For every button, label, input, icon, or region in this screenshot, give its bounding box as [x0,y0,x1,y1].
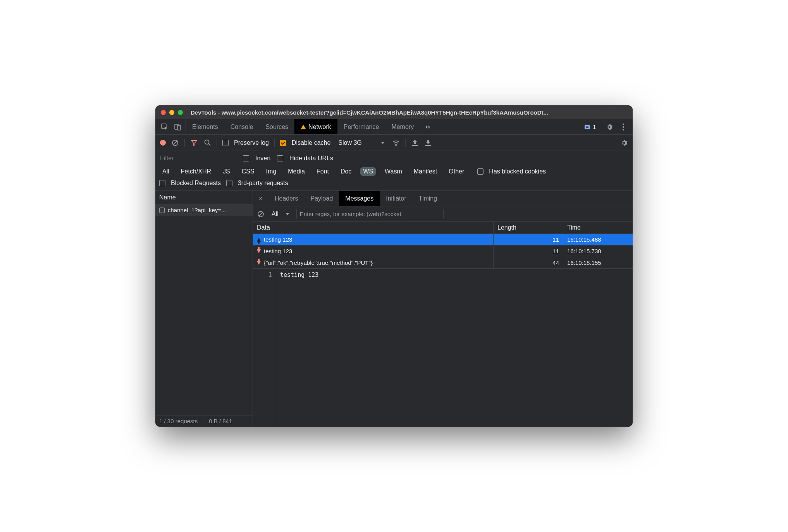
type-filter-wasm[interactable]: Wasm [382,167,405,176]
panel-settings-gear-icon[interactable] [620,139,628,147]
preserve-log-checkbox[interactable] [222,140,229,146]
type-filter-ws[interactable]: WS [360,167,376,176]
close-detail-icon[interactable]: × [253,191,268,206]
detail-tab-initiator[interactable]: Initiator [380,191,412,206]
titlebar: DevTools - www.piesocket.com/websocket-t… [155,105,633,119]
warning-icon [301,125,306,129]
request-row[interactable]: channel_1?api_key=... [155,204,253,216]
type-filter-fetchxhr[interactable]: Fetch/XHR [178,167,214,176]
record-button-icon[interactable] [160,140,166,146]
message-length: 11 [493,234,563,245]
tab-label: Memory [391,124,414,130]
type-filter-manifest[interactable]: Manifest [411,167,440,176]
message-row[interactable]: testing 1231116:10:15.488 [253,234,633,245]
filter-bar: Invert Hide data URLs AllFetch/XHRJSCSSI… [155,151,633,191]
col-time-header[interactable]: Time [563,222,633,233]
throttling-select[interactable]: Slow 3G [338,139,361,146]
kebab-menu-icon[interactable] [619,123,627,131]
detail-tab-messages[interactable]: Messages [339,191,380,206]
window-title: DevTools - www.piesocket.com/websocket-t… [191,109,548,116]
divider [217,139,217,147]
download-har-icon[interactable] [424,139,432,147]
inspect-tools [155,119,186,134]
requests-panel: Name channel_1?api_key=... 1 / 30 reques… [155,191,253,427]
network-conditions-icon[interactable] [392,139,400,147]
search-icon[interactable] [203,139,211,147]
messages-filter-mode: All [272,211,279,218]
inspect-element-icon[interactable] [161,123,169,131]
tab-performance[interactable]: Performance [337,119,385,134]
minimize-window-icon[interactable] [169,110,174,115]
detail-tab-timing[interactable]: Timing [413,191,443,206]
detail-tab-headers[interactable]: Headers [268,191,304,206]
filter-funnel-icon[interactable] [190,139,198,147]
tab-elements[interactable]: Elements [186,119,224,134]
type-filter-other[interactable]: Other [446,167,467,176]
has-blocked-cookies-checkbox[interactable] [477,168,483,175]
message-time: 16:10:15.730 [563,245,633,257]
requests-footer: 1 / 30 requests 0 B / 841 [155,415,253,427]
request-name: channel_1?api_key=... [168,207,226,213]
line-number: 1 [253,269,276,427]
traffic-lights [161,110,183,115]
filter-input[interactable] [159,153,237,163]
col-length-header[interactable]: Length [493,222,563,233]
messages-regex-input[interactable] [296,209,444,219]
detail-tab-payload[interactable]: Payload [304,191,339,206]
hide-data-urls-label: Hide data URLs [289,155,333,162]
type-filter-all[interactable]: All [159,167,172,176]
devtools-window: DevTools - www.piesocket.com/websocket-t… [155,105,633,427]
close-window-icon[interactable] [161,110,166,115]
message-row[interactable]: {"url":"ok","retryable":true,"method":"P… [253,257,633,269]
type-filter-font[interactable]: Font [313,167,332,176]
maximize-window-icon[interactable] [178,110,183,115]
settings-gear-icon[interactable] [606,123,613,131]
tab-label: Elements [192,124,218,130]
type-filter-media[interactable]: Media [285,167,308,176]
clear-messages-icon[interactable] [257,210,265,218]
tab-label: Performance [344,124,379,130]
svg-point-3 [623,124,624,125]
tab-label: Network [308,124,331,130]
upload-har-icon[interactable] [411,139,419,147]
divider [184,139,185,147]
tab-sources[interactable]: Sources [259,119,294,134]
issues-badge[interactable]: 1 [581,123,599,131]
message-data: testing 123 [264,236,292,243]
message-data: testing 123 [264,248,292,254]
type-filter-css[interactable]: CSS [239,167,258,176]
message-content: testing 123 [276,269,322,427]
tab-label: Console [231,124,253,130]
clear-button-icon[interactable] [171,139,179,147]
blocked-requests-checkbox[interactable] [159,180,165,186]
invert-label: Invert [255,155,271,162]
type-filter-js[interactable]: JS [220,167,233,176]
col-data-header[interactable]: Data [253,222,493,233]
resource-type-filters: AllFetch/XHRJSCSSImgMediaFontDocWSWasmMa… [159,167,629,176]
messages-filter-dropdown[interactable]: All [269,210,292,218]
network-toolbar: Preserve log Disable cache Slow 3G [155,135,633,151]
name-column-header[interactable]: Name [155,191,253,204]
third-party-checkbox[interactable] [226,180,232,186]
tab-network[interactable]: Network [294,119,337,134]
divider [405,139,406,147]
disable-cache-checkbox[interactable] [280,140,286,146]
third-party-label: 3rd-party requests [238,180,288,187]
requests-count: 1 / 30 requests [159,418,198,424]
tab-console[interactable]: Console [224,119,260,134]
hide-data-urls-checkbox[interactable] [277,155,283,161]
invert-checkbox[interactable] [243,155,249,161]
has-blocked-cookies-label: Has blocked cookies [489,168,546,175]
device-toolbar-icon[interactable] [174,123,182,131]
tab-memory[interactable]: Memory [385,119,420,134]
throttling-chevron-down-icon[interactable] [379,139,387,147]
divider [274,139,275,147]
svg-point-8 [396,145,396,146]
type-filter-doc[interactable]: Doc [337,167,354,176]
message-row[interactable]: testing 1231116:10:15.730 [253,245,633,257]
transfer-size: 0 B / 841 [203,418,232,424]
tabbar-right-tools: 1 [575,119,633,134]
svg-point-4 [623,126,624,128]
more-tabs-icon[interactable] [420,119,437,134]
type-filter-img[interactable]: Img [263,167,280,176]
